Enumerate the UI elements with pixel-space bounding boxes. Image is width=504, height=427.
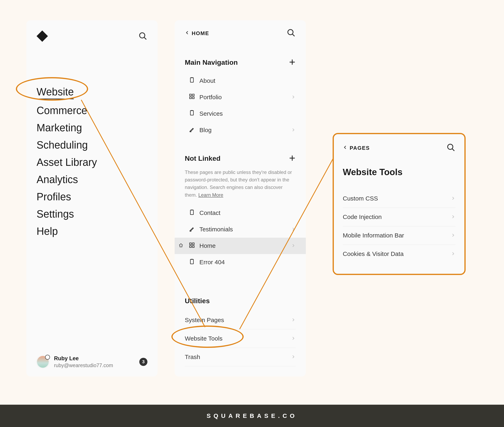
- page-item-services[interactable]: Services: [175, 105, 306, 122]
- tool-item-label: Cookies & Visitor Data: [343, 251, 404, 257]
- sidebar-item-label: Scheduling: [37, 139, 88, 151]
- tool-item-cookies-visitor-data[interactable]: Cookies & Visitor Data: [343, 245, 456, 263]
- page-icon: [189, 77, 195, 84]
- utility-item-system-pages[interactable]: System Pages: [185, 311, 296, 329]
- page-item-testimonials[interactable]: Testimonials: [175, 221, 306, 238]
- notification-badge[interactable]: 3: [139, 358, 147, 366]
- chevron-right-icon: [451, 232, 456, 239]
- brand-footer: SQUAREBASE.CO: [0, 405, 504, 427]
- sidebar-item-label: Help: [37, 225, 58, 237]
- user-email: ruby@wearestudio77.com: [54, 362, 134, 368]
- chevron-right-icon: [451, 251, 456, 257]
- page-item-contact[interactable]: Contact: [175, 205, 306, 221]
- section-title: Utilities: [185, 297, 210, 305]
- chevron-right-icon: [451, 195, 456, 202]
- page-item-error-404[interactable]: Error 404: [175, 254, 306, 271]
- sidebar-item-settings[interactable]: Settings: [37, 205, 147, 223]
- sidebar-item-commerce[interactable]: Commerce: [37, 102, 147, 119]
- page-item-about[interactable]: About: [175, 72, 306, 89]
- page-icon: [189, 259, 195, 266]
- utility-item-label: Trash: [185, 353, 200, 360]
- page-icon: [189, 209, 195, 217]
- sidebar-item-asset-library[interactable]: Asset Library: [37, 154, 147, 171]
- main-nav-section-header: Main Navigation: [175, 58, 306, 66]
- main-nav-list: WebsiteCommerceMarketingSchedulingAsset …: [37, 83, 147, 240]
- tool-item-code-injection[interactable]: Code Injection: [343, 208, 456, 226]
- pages-sidebar: HOME Main Navigation AboutPortfolioServi…: [175, 20, 306, 376]
- grid-icon: [189, 242, 195, 250]
- page-item-label: Blog: [199, 127, 212, 134]
- sidebar-item-label: Analytics: [37, 174, 78, 185]
- back-label: PAGES: [350, 145, 370, 151]
- not-linked-description: These pages are public unless they're di…: [175, 168, 306, 199]
- page-item-home[interactable]: Home: [175, 238, 306, 254]
- learn-more-link[interactable]: Learn More: [198, 192, 223, 198]
- page-not-linked: ContactTestimonialsHomeError 404: [175, 205, 306, 271]
- user-footer[interactable]: Ruby Lee ruby@wearestudio77.com 3: [37, 355, 147, 368]
- page-item-blog[interactable]: Blog: [175, 122, 306, 138]
- sidebar-item-website[interactable]: Website: [37, 83, 147, 102]
- page-item-label: Services: [199, 110, 223, 117]
- sidebar-item-label: Marketing: [37, 122, 82, 134]
- sidebar-item-label: Asset Library: [37, 156, 97, 168]
- not-linked-section-header: Not Linked: [175, 154, 306, 162]
- tool-item-label: Mobile Information Bar: [343, 232, 404, 239]
- chevron-right-icon: [291, 226, 296, 233]
- tools-list: Custom CSSCode InjectionMobile Informati…: [343, 189, 456, 263]
- section-title: Not Linked: [185, 154, 221, 162]
- page-item-label: About: [199, 77, 215, 84]
- add-page-button[interactable]: [289, 59, 296, 66]
- back-label: HOME: [192, 30, 209, 37]
- sidebar-item-help[interactable]: Help: [37, 223, 147, 240]
- sidebar-item-marketing[interactable]: Marketing: [37, 119, 147, 136]
- section-title: Main Navigation: [185, 58, 238, 66]
- page-item-label: Error 404: [199, 259, 225, 266]
- sidebar-item-label: Website: [37, 86, 74, 99]
- sidebar-item-label: Commerce: [37, 105, 87, 116]
- grid-icon: [189, 93, 195, 101]
- brush-icon: [189, 226, 195, 233]
- chevron-right-icon: [291, 242, 296, 249]
- search-button[interactable]: [139, 32, 147, 41]
- utility-item-trash[interactable]: Trash: [185, 348, 296, 366]
- page-item-label: Testimonials: [199, 226, 233, 233]
- tools-heading: Website Tools: [343, 167, 456, 177]
- home-icon: [178, 242, 184, 249]
- chevron-right-icon: [291, 127, 296, 134]
- utility-item-website-tools[interactable]: Website Tools: [185, 329, 296, 348]
- page-item-label: Portfolio: [199, 94, 222, 101]
- avatar: [37, 356, 49, 368]
- page-item-portfolio[interactable]: Portfolio: [175, 89, 306, 105]
- utility-item-label: Website Tools: [185, 335, 223, 342]
- sidebar-item-profiles[interactable]: Profiles: [37, 188, 147, 205]
- website-tools-panel: PAGES Website Tools Custom CSSCode Injec…: [333, 133, 466, 275]
- tool-item-mobile-information-bar[interactable]: Mobile Information Bar: [343, 226, 456, 245]
- chevron-right-icon: [291, 353, 296, 360]
- sidebar-item-label: Profiles: [37, 191, 71, 203]
- page-icon: [189, 110, 195, 117]
- user-name: Ruby Lee: [54, 355, 134, 362]
- back-home-link[interactable]: HOME: [185, 30, 209, 37]
- sidebar-header: [37, 30, 147, 43]
- utility-item-label: System Pages: [185, 317, 224, 323]
- search-button[interactable]: [287, 28, 296, 38]
- chevron-left-icon: [343, 145, 348, 151]
- add-page-button[interactable]: [289, 155, 296, 162]
- utilities-section: Utilities System PagesWebsite ToolsTrash: [175, 297, 306, 366]
- page-item-label: Contact: [199, 209, 220, 216]
- chevron-right-icon: [291, 335, 296, 342]
- back-pages-link[interactable]: PAGES: [343, 145, 370, 151]
- page-item-label: Home: [199, 242, 216, 249]
- sidebar-item-label: Settings: [37, 208, 74, 220]
- sidebar-item-scheduling[interactable]: Scheduling: [37, 136, 147, 154]
- chevron-right-icon: [451, 214, 456, 221]
- chevron-right-icon: [291, 94, 296, 101]
- search-button[interactable]: [447, 143, 456, 153]
- tool-item-custom-css[interactable]: Custom CSS: [343, 189, 456, 208]
- chevron-left-icon: [185, 30, 190, 37]
- sidebar-item-analytics[interactable]: Analytics: [37, 171, 147, 188]
- pages-header: HOME: [175, 28, 306, 38]
- tool-item-label: Custom CSS: [343, 195, 378, 202]
- brush-icon: [189, 126, 195, 134]
- tools-header: PAGES: [343, 143, 456, 153]
